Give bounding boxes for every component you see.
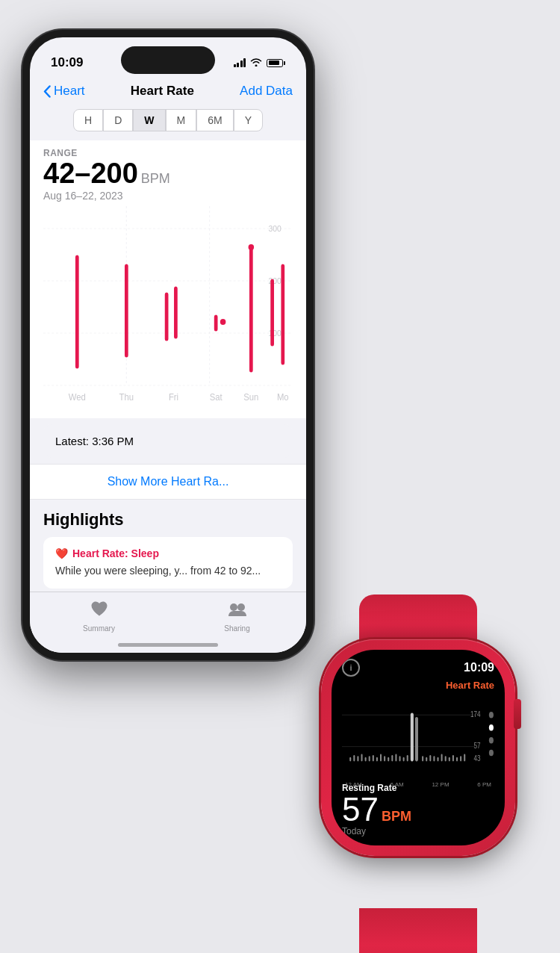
svg-rect-33 <box>365 757 367 762</box>
svg-rect-41 <box>395 754 396 762</box>
svg-point-65 <box>489 750 494 756</box>
range-value: 42–200BPM <box>43 158 293 190</box>
tab-M[interactable]: M <box>166 109 197 131</box>
tab-W[interactable]: W <box>133 109 165 131</box>
highlights-title: Highlights <box>43 510 293 530</box>
add-data-button[interactable]: Add Data <box>240 84 293 99</box>
watch-bpm-unit: BPM <box>382 809 411 825</box>
phone-shell: 10:09 <box>22 30 314 660</box>
chart-section: RANGE 42–200BPM Aug 16–22, 2023 300 <box>30 140 306 418</box>
svg-text:Wed: Wed <box>69 391 86 401</box>
watch-screen: i 10:09 Heart Rate <box>332 650 505 845</box>
watch-x-label-12pm: 12 PM <box>432 781 449 788</box>
svg-rect-47 <box>422 756 423 761</box>
tab-bar: Summary Sharing <box>30 592 306 653</box>
svg-rect-37 <box>380 754 382 762</box>
svg-rect-42 <box>399 756 401 761</box>
svg-text:43: 43 <box>474 754 482 763</box>
status-icons <box>234 57 286 69</box>
back-button[interactable]: Heart <box>43 84 85 99</box>
battery-icon <box>267 59 285 67</box>
watch-status-row: i 10:09 <box>342 659 494 677</box>
tab-summary[interactable]: Summary <box>30 600 168 633</box>
watch-title: Heart Rate <box>342 680 494 691</box>
watch-band-bottom <box>359 908 477 953</box>
highlights-section: Highlights ❤️ Heart Rate: Sleep While yo… <box>30 500 306 589</box>
highlight-body: While you were sleeping, y... from 42 to… <box>55 564 281 579</box>
svg-rect-35 <box>373 755 374 761</box>
tab-D[interactable]: D <box>103 109 133 131</box>
home-indicator <box>118 643 218 647</box>
watch-x-label-12am: 12 AM <box>345 781 362 788</box>
svg-rect-44 <box>407 755 408 761</box>
svg-rect-38 <box>384 756 385 761</box>
svg-text:Sun: Sun <box>243 391 258 401</box>
watch-chart: 174 57 43 12 AM 6 AM 12 PM 6 <box>342 694 494 778</box>
dynamic-island <box>121 46 215 74</box>
watch-bpm-value: 57 <box>342 793 379 826</box>
svg-text:300: 300 <box>269 224 281 233</box>
svg-rect-36 <box>376 757 378 762</box>
tab-H[interactable]: H <box>73 109 103 131</box>
svg-rect-50 <box>433 756 435 761</box>
chart-date: Aug 16–22, 2023 <box>43 190 293 202</box>
wifi-icon <box>250 57 262 69</box>
watch-crown <box>514 699 521 729</box>
highlight-card: ❤️ Heart Rate: Sleep While you were slee… <box>43 537 293 589</box>
svg-rect-54 <box>449 757 450 762</box>
highlight-tag: ❤️ Heart Rate: Sleep <box>55 547 281 559</box>
svg-rect-39 <box>388 757 389 762</box>
svg-point-16 <box>249 244 255 250</box>
latest-reading: Latest: 3:36 PM <box>43 424 293 458</box>
heart-rate-chart: 300 200 100 <box>43 206 293 418</box>
tab-Y[interactable]: Y <box>234 109 263 131</box>
svg-rect-32 <box>361 754 363 762</box>
svg-rect-56 <box>456 757 458 762</box>
svg-point-26 <box>237 603 245 611</box>
watch-body: i 10:09 Heart Rate <box>299 609 538 953</box>
watch-today-label: Today <box>342 826 494 836</box>
svg-point-64 <box>489 737 494 743</box>
svg-rect-58 <box>464 754 465 762</box>
watch-x-label-6pm: 6 PM <box>477 781 491 788</box>
show-more-button[interactable]: Show More Heart Ra... <box>30 464 306 500</box>
svg-point-25 <box>230 603 237 611</box>
svg-rect-49 <box>429 755 431 761</box>
svg-point-63 <box>489 724 494 730</box>
svg-rect-48 <box>426 757 427 762</box>
svg-text:Fri: Fri <box>169 391 178 401</box>
sharing-tab-icon <box>226 600 249 622</box>
svg-rect-52 <box>441 754 443 762</box>
status-time: 10:09 <box>51 55 83 70</box>
heart-tab-icon <box>90 600 109 622</box>
svg-rect-43 <box>403 757 405 762</box>
svg-rect-46 <box>415 717 418 761</box>
svg-rect-31 <box>357 756 358 761</box>
watch-bpm-row: 57 BPM <box>342 793 494 826</box>
svg-text:57: 57 <box>474 741 481 751</box>
watch-time: 10:09 <box>464 661 494 674</box>
svg-rect-57 <box>460 756 461 761</box>
svg-text:Sat: Sat <box>210 391 223 401</box>
time-range-tabs: H D W M 6M Y <box>30 106 306 134</box>
watch-case: i 10:09 Heart Rate <box>321 639 515 856</box>
tab-sharing-label: Sharing <box>224 624 249 633</box>
watch-x-label-6am: 6 AM <box>390 781 403 788</box>
nav-header: Heart Heart Rate Add Data <box>30 78 306 106</box>
watch-info-button[interactable]: i <box>342 659 360 677</box>
svg-text:Mo: Mo <box>277 391 289 401</box>
svg-point-14 <box>220 319 226 325</box>
svg-text:100: 100 <box>269 329 281 338</box>
svg-rect-34 <box>369 756 370 761</box>
tab-6M[interactable]: 6M <box>196 109 233 131</box>
svg-text:200: 200 <box>269 276 281 285</box>
svg-rect-29 <box>349 757 351 762</box>
phone-screen: Heart Heart Rate Add Data H D W M 6M Y R… <box>30 78 306 653</box>
signal-icon <box>234 58 246 67</box>
svg-rect-53 <box>445 756 447 761</box>
svg-text:Thu: Thu <box>119 391 134 401</box>
heart-icon: ❤️ <box>55 547 68 559</box>
svg-rect-45 <box>411 713 414 761</box>
range-label: RANGE <box>43 148 293 158</box>
svg-point-62 <box>489 712 494 718</box>
